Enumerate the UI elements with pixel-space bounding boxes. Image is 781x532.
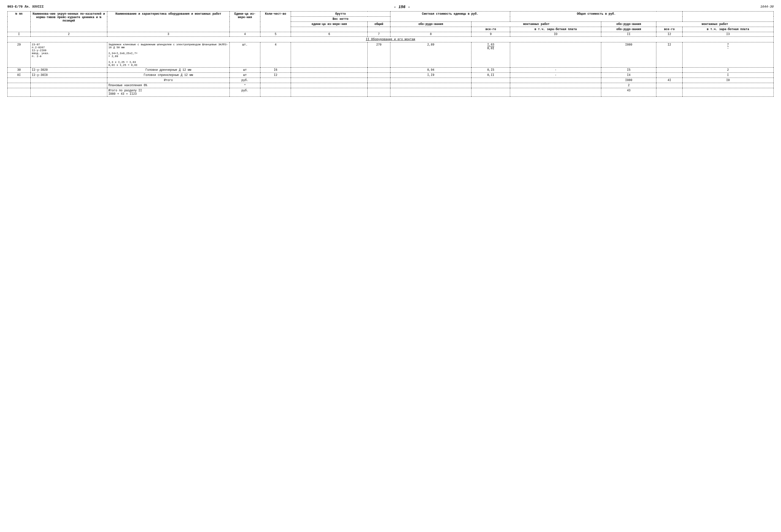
row29-w-total: 270 xyxy=(368,42,390,68)
table-row-30: 30 I2-у-3020 Головки дренчерные Д 12 мм … xyxy=(8,68,774,73)
col-w-total-header: общий xyxy=(368,22,390,27)
header-center: - 156 - xyxy=(394,5,410,9)
row29-eq-price: 2,89 xyxy=(390,42,471,68)
col-mount-all-header: все-го xyxy=(471,27,510,32)
col-idx-12: I2 xyxy=(656,32,683,37)
table-header-row1: № пп Наименова-ние укруп-ненных по-казат… xyxy=(8,11,774,17)
col-w-unit-header: едини-ца из-мере-ния xyxy=(291,22,368,27)
col-index-row: I 2 3 4 5 6 7 8 9 IO II I2 I3 xyxy=(8,32,774,37)
itogo2-w-unit xyxy=(291,88,368,97)
col-idx-10: IO xyxy=(510,32,601,37)
itogo2-tot-wage xyxy=(682,88,773,97)
itogo2-qty xyxy=(260,88,291,97)
header-left: 903-Е/70 Лл. XXVIII xyxy=(7,5,44,9)
col-idx-8: 8 xyxy=(390,32,471,37)
row81-tot-all xyxy=(656,73,683,78)
col-idx-3: 3 xyxy=(107,32,230,37)
col-tot-all-header: все-го xyxy=(656,27,683,32)
row81-tot-eq: I4 xyxy=(601,73,656,78)
itogo-num xyxy=(8,78,31,83)
row30-tot-eq: I5 xyxy=(601,68,656,73)
row30-desc: Головки дренчерные Д 12 мм xyxy=(107,68,230,73)
row29-mount-all: I,63 0,0I xyxy=(471,42,510,68)
col-idx-11: II xyxy=(601,32,656,37)
row29-tot-wage: 7 - xyxy=(682,42,773,68)
plan-w-unit xyxy=(291,83,368,88)
plan-mount-all xyxy=(471,83,510,88)
table-row-planovye: Плановые накопления 6% * 2 xyxy=(8,83,774,88)
row81-qty: I2 xyxy=(260,73,291,78)
col-idx-13: I3 xyxy=(682,32,773,37)
header-right: 1644-30 xyxy=(760,5,774,9)
row30-w-unit xyxy=(291,68,368,73)
section-title: II Оборудование и его монтаж xyxy=(8,37,774,42)
table-row-29: 29 23-07 п.2-0267 I2-у-2I89 ввод. укаэ. … xyxy=(8,42,774,68)
itogo-mount-all xyxy=(471,78,510,83)
row29-unit: шт. xyxy=(230,42,260,68)
itogo-tot-wage: I0 xyxy=(682,78,773,83)
row29-w-unit xyxy=(291,42,368,68)
itogo-tot-eq: I080 xyxy=(601,78,656,83)
table-row-81: 8I I2-у-30I8 Головки спринклерные Д 12 м… xyxy=(8,73,774,78)
itogo2-eq-price xyxy=(390,88,471,97)
row29-tot-eq: I080 xyxy=(601,42,656,68)
plan-unit: * xyxy=(230,83,260,88)
itogo-qty xyxy=(260,78,291,83)
col-tot-eq-h2: обо-рудо-вания xyxy=(601,27,656,32)
col-mount-wage-header: в т.ч. зара-ботная плата xyxy=(510,27,601,32)
itogo2-tot-all xyxy=(656,88,683,97)
col-brutto-label: брутто xyxy=(291,11,390,17)
row81-w-total xyxy=(368,73,390,78)
col-num-header: № пп xyxy=(8,11,31,32)
plan-tot-all xyxy=(656,83,683,88)
col-tot-wage-header: в т.ч. зара-ботная плата xyxy=(682,27,773,32)
main-table: № пп Наименова-ние укруп-ненных по-казат… xyxy=(7,11,774,97)
row81-ref: I2-у-30I8 xyxy=(30,73,107,78)
col-mount-price-header: монтажных работ xyxy=(471,22,601,27)
plan-label: Плановые накопления 6% xyxy=(107,83,230,88)
itogo2-w-total xyxy=(368,88,390,97)
section-header-row: II Оборудование и его монтаж xyxy=(8,37,774,42)
itogo2-mount-all xyxy=(471,88,510,97)
itogo-unit: руб. xyxy=(230,78,260,83)
row30-w-total xyxy=(368,68,390,73)
plan-qty xyxy=(260,83,291,88)
col-netto-label: Вес нетто xyxy=(291,17,390,22)
plan-tot-wage xyxy=(682,83,773,88)
row81-num: 8I xyxy=(8,73,31,78)
itogo2-label: Итого по разделу III080 + 43 = II23 xyxy=(107,88,230,97)
col-eq-price-header: обо-рудо-вания xyxy=(390,22,471,27)
row30-ref: I2-у-3020 xyxy=(30,68,107,73)
plan-ref xyxy=(30,83,107,88)
itogo2-num xyxy=(8,88,31,97)
row81-mount-wage: - xyxy=(510,73,601,78)
itogo-mount-wage xyxy=(510,78,601,83)
itogo-ref xyxy=(30,78,107,83)
row81-w-unit xyxy=(291,73,368,78)
itogo-w-total xyxy=(368,78,390,83)
col-eq-price-h2 xyxy=(390,27,471,32)
col-idx-7: 7 xyxy=(368,32,390,37)
col-idx-4: 4 xyxy=(230,32,260,37)
itogo2-mount-wage xyxy=(510,88,601,97)
col-qty-header: Коли-чест-во xyxy=(260,11,291,32)
plan-tot-eq: 2 xyxy=(601,83,656,88)
col-names-header: Наименова-ние укруп-ненных по-казателей … xyxy=(30,11,107,32)
col-tot-eq-header: обо-рудо-вания xyxy=(601,22,656,27)
row29-num: 29 xyxy=(8,42,31,68)
plan-mount-wage xyxy=(510,83,601,88)
table-row-itogo: Итого руб. I080 4I I0 xyxy=(8,78,774,83)
row81-eq-price: I,I9 xyxy=(390,73,471,78)
itogo-tot-all: 4I xyxy=(656,78,683,83)
itogo-label: Итого xyxy=(107,78,230,83)
row81-mount-all: 0,II xyxy=(471,73,510,78)
plan-w-total xyxy=(368,83,390,88)
col-tot-mount-header: монтажных работ xyxy=(656,22,774,27)
row30-eq-price: 0,94 xyxy=(390,68,471,73)
row30-tot-wage: 2 xyxy=(682,68,773,73)
plan-num xyxy=(8,83,31,88)
row30-num: 30 xyxy=(8,68,31,73)
col-idx-9: 9 xyxy=(471,32,510,37)
table-row-itogo2: Итого по разделу III080 + 43 = II23 руб.… xyxy=(8,88,774,97)
col-w-total-h2 xyxy=(368,27,390,32)
